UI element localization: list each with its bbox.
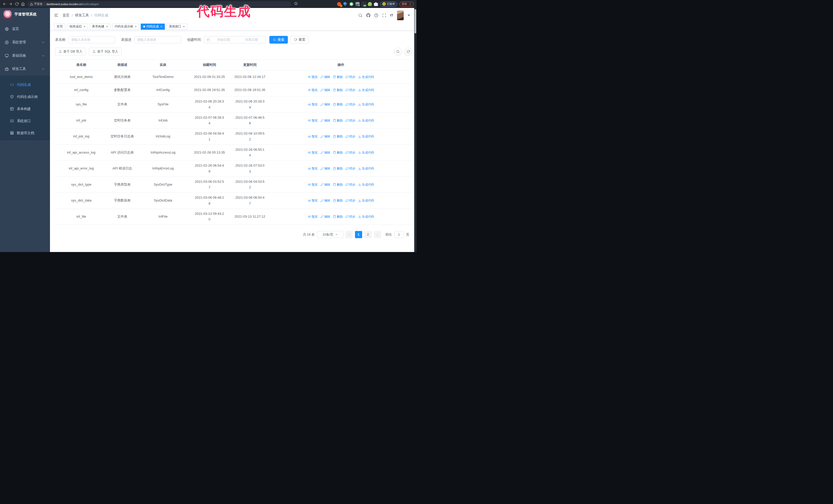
action-同步[interactable]: 同步 [346,102,356,106]
action-预览[interactable]: 预览 [308,88,318,92]
action-删除[interactable]: 删除 [333,102,343,106]
close-tab-icon[interactable]: × [106,25,108,28]
action-删除[interactable]: 删除 [333,183,343,187]
app-logo-row[interactable]: 芋道管理系统 [0,8,50,21]
search-icon[interactable] [358,13,362,18]
reset-button[interactable]: 重置 [290,36,309,44]
action-预览[interactable]: 预览 [308,118,318,123]
search-button[interactable]: 搜索 [269,36,288,44]
tab-系统接口[interactable]: 系统接口× [166,24,187,30]
action-编辑[interactable]: 编辑 [320,102,330,106]
close-tab-icon[interactable]: × [135,25,137,28]
action-同步[interactable]: 同步 [346,166,356,171]
sidebar-item-研发工具[interactable]: 研发工具 [0,62,50,76]
action-生成代码[interactable]: 生成代码 [358,183,374,187]
help-icon[interactable] [374,13,378,18]
bookmark-star-icon[interactable] [294,2,298,6]
user-avatar[interactable] [397,10,404,20]
kebab-menu-icon[interactable] [408,3,412,6]
action-预览[interactable]: 预览 [308,102,318,106]
prev-page-button[interactable] [346,231,353,238]
action-预览[interactable]: 预览 [308,183,318,187]
action-生成代码[interactable]: 生成代码 [358,150,374,155]
action-同步[interactable]: 同步 [346,215,356,219]
sidebar-subitem-表单构建[interactable]: 表单构建 [0,103,50,115]
scrollbar-thumb[interactable] [414,9,416,33]
table-desc-input[interactable] [134,36,181,43]
sidebar-item-系统管理[interactable]: 系统管理 [0,35,50,49]
action-同步[interactable]: 同步 [346,134,356,139]
page-size-select[interactable]: 10条/页 [317,231,343,238]
sidebar-item-首页[interactable]: 首页 [0,22,50,35]
profile-paused-chip[interactable]: 已暂停 [380,2,398,7]
action-生成代码[interactable]: 生成代码 [358,118,374,123]
browser-reload-button[interactable] [15,2,19,6]
sidebar-toggle-button[interactable] [54,13,58,18]
sidebar-subitem-系统接口[interactable]: 系统接口 [0,115,50,127]
action-删除[interactable]: 删除 [333,166,343,171]
action-预览[interactable]: 预览 [308,198,318,203]
action-同步[interactable]: 同步 [346,75,356,79]
action-同步[interactable]: 同步 [346,198,356,203]
page-button-1[interactable]: 1 [355,231,362,238]
action-同步[interactable]: 同步 [346,150,356,155]
tab-链路追踪[interactable]: 链路追踪× [67,24,88,30]
action-编辑[interactable]: 编辑 [320,198,330,203]
next-page-button[interactable] [374,231,381,238]
tab-表单构建[interactable]: 表单构建× [90,24,111,30]
date-range-picker[interactable]: 开始日期 - 结束日期 [204,36,266,43]
puzzle-extension-icon[interactable] [374,2,378,6]
action-删除[interactable]: 删除 [333,75,343,79]
grid-extension-icon[interactable] [356,2,360,6]
check-extension-icon[interactable] [349,2,353,6]
goto-page-input[interactable] [394,231,404,238]
date-end-placeholder[interactable]: 结束日期 [240,38,263,42]
action-编辑[interactable]: 编辑 [320,150,330,155]
action-预览[interactable]: 预览 [308,75,318,79]
extension-icon[interactable]: 1 [337,2,341,6]
breadcrumb-item[interactable]: 首页 [63,13,69,18]
breadcrumb-item[interactable]: 代码生成 [94,13,108,18]
sidebar-item-基础设施[interactable]: 基础设施 [0,49,50,62]
browser-back-button[interactable] [3,2,6,6]
action-删除[interactable]: 删除 [333,198,343,203]
action-生成代码[interactable]: 生成代码 [358,166,374,171]
not-secure-indicator[interactable]: 不安全 [30,2,43,6]
page-button-2[interactable]: 2 [364,231,372,238]
sidebar-subitem-代码生成[interactable]: 代码生成 [0,79,50,91]
action-编辑[interactable]: 编辑 [320,88,330,92]
browser-forward-button[interactable] [9,2,13,6]
action-编辑[interactable]: 编辑 [320,118,330,123]
import-sql-button[interactable]: 基于 SQL 导入 [89,48,122,55]
action-删除[interactable]: 删除 [333,118,343,123]
action-同步[interactable]: 同步 [346,118,356,123]
date-start-placeholder[interactable]: 开始日期 [212,38,235,42]
table-name-input[interactable] [68,36,115,43]
breadcrumb-item[interactable]: 研发工具 [75,13,89,18]
action-删除[interactable]: 删除 [333,215,343,219]
user-menu-caret-icon[interactable] [407,15,410,18]
action-生成代码[interactable]: 生成代码 [358,134,374,139]
tab-代码生成示例[interactable]: 代码生成示例× [112,24,139,30]
font-size-icon[interactable]: tT [390,13,393,17]
tab-代码生成[interactable]: 代码生成× [141,24,165,30]
action-生成代码[interactable]: 生成代码 [358,75,374,79]
fullscreen-icon[interactable] [382,13,386,18]
browser-update-button[interactable]: 更新 [399,2,414,7]
action-编辑[interactable]: 编辑 [320,183,330,187]
action-生成代码[interactable]: 生成代码 [358,102,374,106]
refresh-table-button[interactable] [404,48,412,55]
action-预览[interactable]: 预览 [308,215,318,219]
browser-home-button[interactable] [21,2,25,6]
action-生成代码[interactable]: 生成代码 [358,215,374,219]
close-tab-icon[interactable]: × [161,25,162,28]
action-同步[interactable]: 同步 [346,88,356,92]
action-删除[interactable]: 删除 [333,134,343,139]
close-tab-icon[interactable]: × [84,25,85,28]
github-icon[interactable] [366,13,371,18]
action-预览[interactable]: 预览 [308,134,318,139]
action-删除[interactable]: 删除 [333,88,343,92]
close-tab-icon[interactable]: × [183,25,185,28]
gem-extension-icon[interactable] [343,2,347,6]
action-编辑[interactable]: 编辑 [320,215,330,219]
